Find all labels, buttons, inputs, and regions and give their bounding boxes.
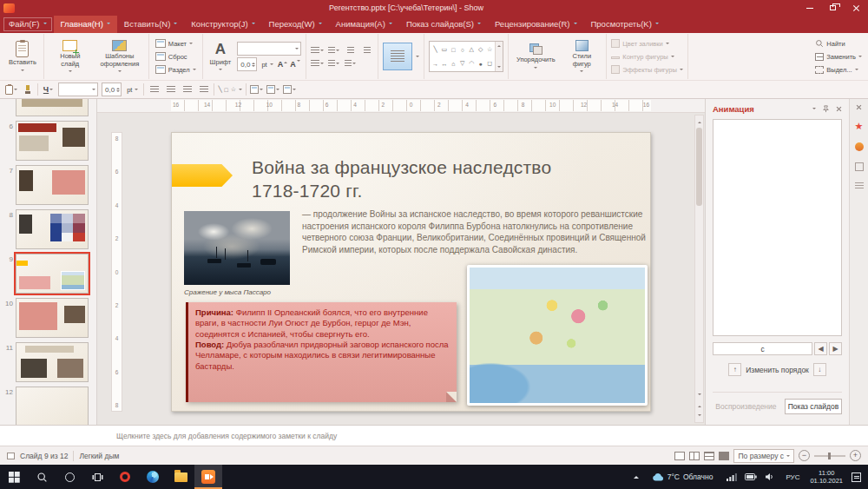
style-combo[interactable]	[58, 83, 98, 96]
vertical-ruler[interactable]: 864202468	[111, 132, 122, 412]
close-panel-icon[interactable]	[836, 106, 842, 112]
weather-widget[interactable]: 7°C Облачно	[645, 472, 720, 481]
battery-icon[interactable]	[745, 473, 757, 480]
slide-thumbnail-panel[interactable]: 6 7 8	[0, 99, 97, 425]
pin-icon[interactable]	[822, 105, 830, 113]
paste-mini-button[interactable]	[4, 84, 17, 96]
rotate-objects-button[interactable]	[283, 84, 296, 96]
wps-show-app-button[interactable]	[194, 465, 222, 489]
bullets-button[interactable]	[311, 44, 324, 56]
shape-icon[interactable]: □	[451, 47, 455, 53]
slide-thumbnail[interactable]	[16, 387, 89, 425]
next-slide-button[interactable]	[695, 412, 703, 420]
naval-battle-image[interactable]	[184, 211, 290, 285]
replace-button[interactable]: Заменить	[815, 51, 862, 63]
ribbon-tab[interactable]: Переход(W)	[262, 16, 329, 33]
move-down-button[interactable]: ↓	[813, 363, 826, 376]
file-explorer-button[interactable]	[167, 465, 194, 489]
close-sidebar-icon[interactable]	[856, 104, 862, 110]
slide-thumbnail[interactable]	[16, 254, 89, 294]
shape-styles-button[interactable]: Стили фигур	[562, 39, 602, 74]
shape-icon[interactable]: ◠	[469, 60, 474, 67]
shape-icon[interactable]: ▽	[460, 60, 464, 67]
text-direction-button[interactable]	[327, 57, 340, 69]
shape-icon[interactable]: ●	[479, 61, 483, 67]
group-objects-button[interactable]	[266, 84, 279, 96]
new-slide-button[interactable]: Новый слайд	[49, 39, 92, 74]
layout-button[interactable]: Макет	[154, 38, 198, 50]
slide-thumbnail[interactable]	[16, 121, 89, 161]
format-painter-button[interactable]	[21, 84, 34, 96]
shape-icon[interactable]: ↔	[441, 61, 447, 67]
zoom-in-button[interactable]: +	[850, 450, 861, 461]
duration-field[interactable]: с	[713, 342, 812, 355]
minimize-button[interactable]	[798, 0, 821, 16]
sub-unit-dropdown[interactable]: pt	[125, 84, 140, 96]
ribbon-tab[interactable]: Конструктор(J)	[184, 16, 261, 33]
slide-thumbnail[interactable]	[16, 298, 89, 338]
editor-scrollbar[interactable]	[694, 115, 704, 423]
europe-map-image[interactable]	[467, 265, 648, 406]
slide-title[interactable]: Война за французское наследство 1718-172…	[252, 155, 586, 203]
browser-app-button[interactable]	[111, 465, 139, 489]
section-button[interactable]: Раздел	[154, 64, 198, 76]
grow-font-button[interactable]: А	[278, 60, 288, 69]
align-center-button[interactable]	[164, 84, 177, 96]
cortana-button[interactable]	[56, 465, 83, 489]
reading-view-button[interactable]	[704, 452, 714, 460]
slide-sorter-view-button[interactable]	[689, 452, 700, 460]
slide-thumbnail[interactable]	[16, 165, 89, 205]
shape-icon[interactable]: ☆	[487, 46, 492, 53]
slide-thumbnail[interactable]	[16, 342, 89, 382]
scrollbar-thumb[interactable]	[696, 128, 702, 206]
outdent-button[interactable]	[344, 44, 357, 56]
numbering-button[interactable]	[327, 44, 340, 56]
shrink-font-button[interactable]: А	[290, 60, 300, 69]
font-button[interactable]: А Шрифт	[207, 41, 234, 72]
mini-shapes-strip[interactable]: ╲ □ ☆	[218, 84, 242, 96]
arrange-button[interactable]: Упорядочить	[513, 43, 558, 69]
align-left-button[interactable]	[148, 84, 161, 96]
shape-icon[interactable]: ○	[461, 47, 464, 53]
favorites-icon[interactable]: ★	[855, 122, 864, 131]
paste-button[interactable]: Вставить	[6, 40, 39, 72]
ribbon-tab[interactable]: Показ слайдов(S)	[399, 16, 488, 33]
shortcut-icon[interactable]	[855, 142, 864, 151]
network-icon[interactable]	[727, 472, 737, 481]
shape-icon[interactable]: ⌂	[451, 61, 455, 67]
horizontal-ruler[interactable]: 1614121086420246810121416	[97, 99, 705, 113]
columns-button[interactable]	[344, 57, 357, 69]
action-center-icon[interactable]	[852, 472, 861, 482]
ribbon-tab[interactable]: Рецензирование(R)	[488, 16, 584, 33]
image-caption[interactable]: Сражение у мыса Пассаро	[184, 288, 271, 296]
shape-icon[interactable]: △	[470, 46, 474, 53]
justify-button[interactable]	[197, 84, 210, 96]
yellow-banner-shape[interactable]	[172, 164, 233, 187]
step-right-button[interactable]: ▶	[829, 342, 842, 355]
ribbon-tab[interactable]: Просмотреть(K)	[584, 16, 666, 33]
align-right-button[interactable]	[181, 84, 194, 96]
slide-thumbnail[interactable]	[16, 99, 89, 116]
task-view-button[interactable]	[83, 465, 111, 489]
shape-outline-button[interactable]: Контур фигуры	[611, 51, 683, 63]
ribbon-tab[interactable]: Главная(H)	[54, 16, 117, 33]
notes-bar[interactable]: Щелкните здесь для добавления содержимог…	[0, 425, 868, 446]
ribbon-tab[interactable]: Вставить(N)	[117, 16, 184, 33]
text-box-style-combo[interactable]	[383, 43, 412, 70]
properties-icon[interactable]	[855, 162, 864, 171]
sub-font-size-spinner[interactable]: 0,0	[102, 83, 122, 96]
normal-view-button[interactable]	[674, 452, 685, 460]
slide-canvas[interactable]: Война за французское наследство 1718-172…	[171, 132, 651, 412]
taskbar-search-button[interactable]	[28, 465, 56, 489]
font-unit-dropdown[interactable]: pt	[260, 59, 274, 70]
zoom-fit-dropdown[interactable]: По размеру с	[733, 449, 794, 463]
line-spacing-button[interactable]	[311, 57, 324, 69]
editor-canvas[interactable]: Война за французское наследство 1718-172…	[97, 113, 705, 425]
start-button[interactable]	[0, 465, 28, 489]
language-indicator[interactable]: РУС	[780, 473, 805, 481]
selection-pane-icon[interactable]	[855, 182, 864, 190]
spinner-arrows-icon[interactable]	[252, 61, 255, 69]
slide-thumbnail[interactable]	[16, 209, 89, 249]
taskbar-clock[interactable]: 11:00 01.10.2021	[805, 469, 848, 486]
fill-color-button[interactable]: Цвет заливки	[611, 38, 683, 50]
